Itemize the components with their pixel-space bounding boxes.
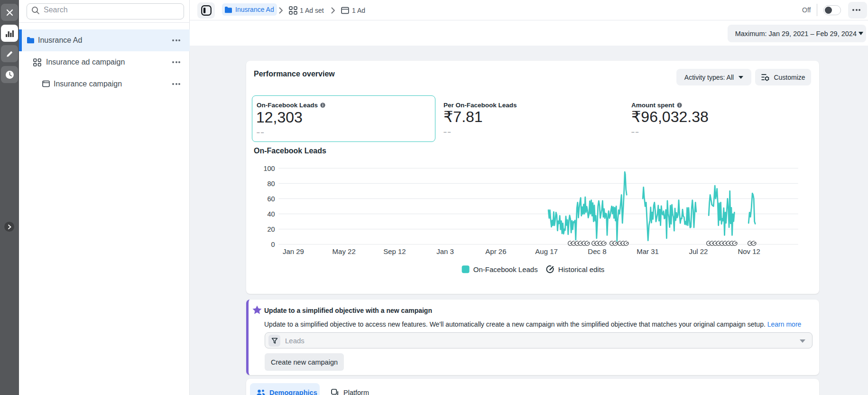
svg-text:Sep 12: Sep 12 [383,247,406,255]
svg-text:Jan 3: Jan 3 [436,247,454,255]
svg-text:Historical edits: Historical edits [558,265,605,273]
svg-text:May 22: May 22 [332,247,356,255]
svg-text:40: 40 [267,210,275,218]
svg-text:On-Facebook Leads: On-Facebook Leads [473,265,538,273]
svg-text:Mar 31: Mar 31 [637,247,659,255]
svg-text:60: 60 [267,195,275,203]
svg-text:Nov 12: Nov 12 [738,247,760,255]
svg-text:80: 80 [267,180,275,188]
svg-text:Jan 29: Jan 29 [283,247,304,255]
svg-text:Jul 22: Jul 22 [689,247,708,255]
svg-text:Dec 8: Dec 8 [588,247,606,255]
svg-text:20: 20 [267,226,275,233]
svg-text:Aug 17: Aug 17 [535,247,558,255]
svg-text:0: 0 [271,241,275,248]
svg-text:100: 100 [263,165,275,172]
svg-text:Apr 26: Apr 26 [485,247,506,255]
